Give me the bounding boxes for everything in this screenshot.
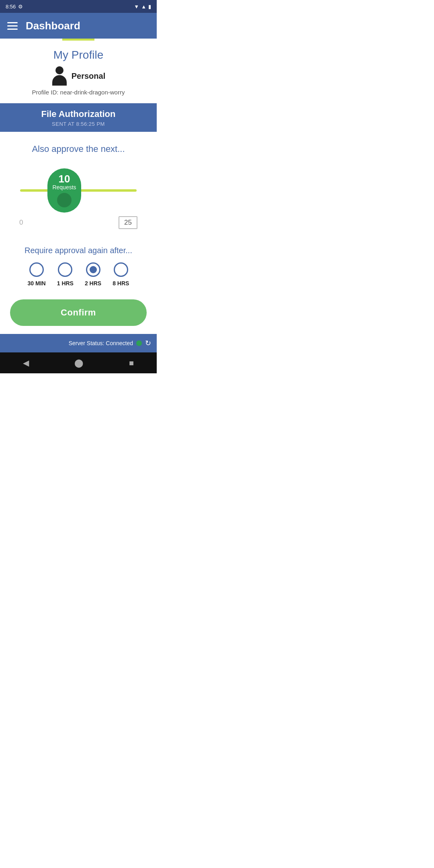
radio-option-1hrs[interactable]: 1 HRS [57, 262, 74, 287]
slider-thumb-circle [57, 193, 72, 207]
slider-unit: Requests [52, 184, 76, 190]
radio-label-2hrs: 2 HRS [85, 280, 101, 287]
profile-name: Personal [72, 72, 105, 81]
home-button[interactable]: ⬤ [74, 358, 83, 368]
radio-option-8hrs[interactable]: 8 HRS [113, 262, 129, 287]
radio-label-8hrs: 8 HRS [113, 280, 129, 287]
back-button[interactable]: ◀ [23, 358, 29, 368]
status-bar-right: ▼ ▲ ▮ [134, 4, 151, 10]
footer-bar: Server Status: Connected ↻ [0, 334, 157, 352]
android-nav-bar: ◀ ⬤ ■ [0, 352, 157, 373]
auth-banner: File Authorization SENT AT 8:56:25 PM [0, 103, 157, 132]
radio-option-2hrs[interactable]: 2 HRS [85, 262, 101, 287]
footer-status-text: Server Status: Connected [69, 340, 133, 346]
radio-option-30min[interactable]: 30 MIN [28, 262, 46, 287]
refresh-icon[interactable]: ↻ [145, 339, 151, 348]
server-status-dot [136, 340, 142, 346]
profile-user-row: Personal [51, 66, 105, 86]
profile-section: My Profile Personal Profile ID: near-dri… [0, 41, 157, 103]
top-nav: Dashboard [0, 13, 157, 39]
radio-circle-8hrs[interactable] [114, 262, 128, 277]
profile-section-title: My Profile [53, 49, 103, 61]
radio-label-30min: 30 MIN [28, 280, 46, 287]
radio-circle-30min[interactable] [29, 262, 44, 277]
slider-thumb[interactable]: 10 Requests [47, 168, 81, 213]
gear-icon: ⚙ [18, 4, 23, 10]
slider-value: 10 [59, 174, 70, 184]
battery-icon: ▮ [148, 4, 151, 10]
wifi-icon: ▼ [134, 4, 139, 10]
signal-icon: ▲ [141, 4, 146, 10]
slider-max-box: 25 [119, 216, 137, 229]
slider-labels: 0 25 [8, 216, 149, 229]
radio-label-1hrs: 1 HRS [57, 280, 74, 287]
status-bar: 8:56 ⚙ ▼ ▲ ▮ [0, 0, 157, 13]
radio-circle-1hrs[interactable] [58, 262, 72, 277]
slider-min-label: 0 [19, 219, 23, 227]
profile-id: Profile ID: near-drink-dragon-worry [32, 89, 125, 96]
status-time: 8:56 [6, 4, 16, 10]
slider-thumb-wrapper: 10 Requests [8, 166, 149, 215]
nav-title: Dashboard [26, 20, 80, 32]
radio-circle-2hrs[interactable] [86, 262, 100, 277]
hamburger-menu-button[interactable] [7, 22, 18, 30]
radio-group: 30 MIN 1 HRS 2 HRS 8 HRS [28, 262, 129, 287]
main-content: Also approve the next... 10 Requests 0 2… [0, 132, 157, 334]
status-bar-left: 8:56 ⚙ [6, 4, 23, 10]
auth-banner-time: SENT AT 8:56:25 PM [4, 121, 153, 127]
auth-banner-title: File Authorization [4, 109, 153, 119]
slider-container[interactable]: 10 Requests 0 25 [8, 166, 149, 229]
avatar [51, 66, 68, 86]
avatar-body [52, 75, 67, 86]
recents-button[interactable]: ■ [129, 358, 134, 368]
avatar-head [55, 66, 63, 74]
approve-label: Also approve the next... [32, 144, 125, 154]
confirm-button[interactable]: Confirm [10, 299, 147, 326]
require-label: Require approval again after... [25, 246, 132, 255]
